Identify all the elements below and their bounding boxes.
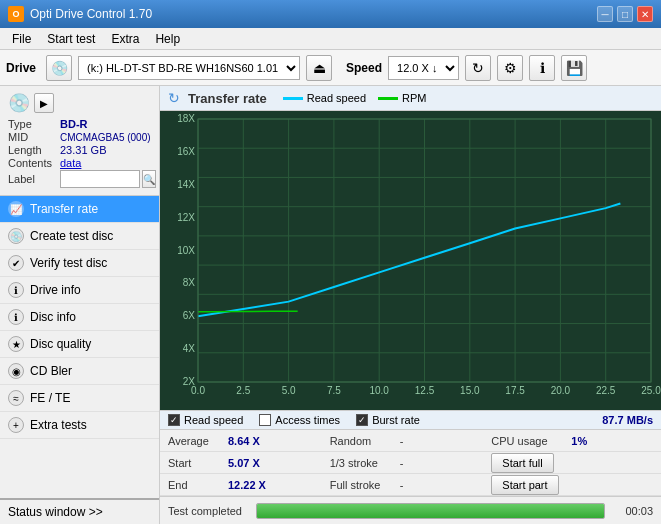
start-part-button[interactable]: Start part <box>491 475 558 495</box>
checkbox-read-speed[interactable]: ✓ Read speed <box>168 414 243 426</box>
menu-bar: File Start test Extra Help <box>0 28 661 50</box>
burst-rate-checkbox-icon: ✓ <box>356 414 368 426</box>
chart-title: Transfer rate <box>188 91 267 106</box>
stat-average: Average 8.64 X <box>168 435 330 447</box>
burst-rate-value-label: 87.7 MB/s <box>602 414 653 426</box>
fe-te-icon: ≈ <box>8 390 24 406</box>
verify-test-disc-icon: ✔ <box>8 255 24 271</box>
cd-bler-icon: ◉ <box>8 363 24 379</box>
menu-help[interactable]: Help <box>147 30 188 48</box>
status-window-button[interactable]: Status window >> <box>0 498 159 524</box>
minimize-button[interactable]: ─ <box>597 6 613 22</box>
type-value: BD-R <box>60 118 88 130</box>
menu-extra[interactable]: Extra <box>103 30 147 48</box>
chart-bottom-legend: ✓ Read speed Access times ✓ Burst rate 8… <box>160 410 661 429</box>
maximize-button[interactable]: □ <box>617 6 633 22</box>
end-value: 12.22 X <box>228 479 278 491</box>
main-layout: 💿 ▶ Type BD-R MID CMCMAGBA5 (000) Length… <box>0 86 661 524</box>
disc-quality-icon: ★ <box>8 336 24 352</box>
status-window-label: Status window >> <box>8 505 103 519</box>
type-label: Type <box>8 118 60 130</box>
checkbox-access-times[interactable]: Access times <box>259 414 340 426</box>
nav-verify-test-disc[interactable]: ✔ Verify test disc <box>0 250 159 277</box>
burst-rate-checkbox-label: Burst rate <box>372 414 420 426</box>
title-text: Opti Drive Control 1.70 <box>30 7 152 21</box>
nav-extra-tests[interactable]: + Extra tests <box>0 412 159 439</box>
length-value: 23.31 GB <box>60 144 106 156</box>
save-button[interactable]: 💾 <box>561 55 587 81</box>
nav-transfer-rate-label: Transfer rate <box>30 202 98 216</box>
nav-fe-te[interactable]: ≈ FE / TE <box>0 385 159 412</box>
access-times-checkbox-label: Access times <box>275 414 340 426</box>
nav-fe-te-label: FE / TE <box>30 391 70 405</box>
random-label: Random <box>330 435 400 447</box>
mid-value: CMCMAGBA5 (000) <box>60 132 151 143</box>
stroke-value: - <box>400 457 430 469</box>
nav-verify-test-disc-label: Verify test disc <box>30 256 107 270</box>
menu-start-test[interactable]: Start test <box>39 30 103 48</box>
disc-action-btn[interactable]: ▶ <box>34 93 54 113</box>
nav-create-test-disc[interactable]: 💿 Create test disc <box>0 223 159 250</box>
label-icon-btn[interactable]: 🔍 <box>142 170 156 188</box>
stat-start-part: Start part <box>491 475 653 495</box>
legend-read-speed-color <box>283 97 303 100</box>
speed-select[interactable]: 12.0 X ↓ <box>388 56 459 80</box>
settings-button[interactable]: ⚙ <box>497 55 523 81</box>
progress-area: Test completed 00:03 <box>160 496 661 524</box>
content-panel: ↻ Transfer rate Read speed RPM ✓ Read sp <box>160 86 661 524</box>
contents-label: Contents <box>8 157 60 169</box>
checkbox-burst-rate[interactable]: ✓ Burst rate <box>356 414 420 426</box>
label-input[interactable] <box>60 170 140 188</box>
nav-disc-info[interactable]: ℹ Disc info <box>0 304 159 331</box>
toolbar: Drive 💿 (k:) HL-DT-ST BD-RE WH16NS60 1.0… <box>0 50 661 86</box>
nav-disc-quality-label: Disc quality <box>30 337 91 351</box>
stat-stroke: 1/3 stroke - <box>330 457 492 469</box>
stats-row-start: Start 5.07 X 1/3 stroke - Start full <box>160 452 661 474</box>
stat-start-full: Start full <box>491 453 653 473</box>
full-stroke-value: - <box>400 479 430 491</box>
drive-icon-button[interactable]: 💿 <box>46 55 72 81</box>
access-times-checkbox-icon <box>259 414 271 426</box>
disc-info-icon: ℹ <box>8 309 24 325</box>
legend-rpm: RPM <box>378 92 426 104</box>
nav-create-test-disc-label: Create test disc <box>30 229 113 243</box>
transfer-rate-chart <box>160 111 661 410</box>
eject-button[interactable]: ⏏ <box>306 55 332 81</box>
chart-header: ↻ Transfer rate Read speed RPM <box>160 86 661 111</box>
nav-disc-quality[interactable]: ★ Disc quality <box>0 331 159 358</box>
transfer-rate-icon: 📈 <box>8 201 24 217</box>
extra-tests-icon: + <box>8 417 24 433</box>
nav-drive-info[interactable]: ℹ Drive info <box>0 277 159 304</box>
menu-file[interactable]: File <box>4 30 39 48</box>
start-label: Start <box>168 457 228 469</box>
label-label: Label <box>8 173 60 185</box>
nav-items: 📈 Transfer rate 💿 Create test disc ✔ Ver… <box>0 196 159 498</box>
nav-extra-tests-label: Extra tests <box>30 418 87 432</box>
drive-select[interactable]: (k:) HL-DT-ST BD-RE WH16NS60 1.01 <box>78 56 300 80</box>
legend-read-speed: Read speed <box>283 92 366 104</box>
progress-label: Test completed <box>168 505 248 517</box>
legend-rpm-label: RPM <box>402 92 426 104</box>
progress-time: 00:03 <box>613 505 653 517</box>
disc-header-icon: 💿 <box>8 92 30 114</box>
stats-row-average: Average 8.64 X Random - CPU usage 1% <box>160 430 661 452</box>
info-button[interactable]: ℹ <box>529 55 555 81</box>
stroke-label: 1/3 stroke <box>330 457 400 469</box>
cpu-value: 1% <box>571 435 621 447</box>
cpu-label: CPU usage <box>491 435 571 447</box>
stats-area: Average 8.64 X Random - CPU usage 1% Sta… <box>160 429 661 496</box>
refresh-button[interactable]: ↻ <box>465 55 491 81</box>
progress-bar-container <box>256 503 605 519</box>
start-value: 5.07 X <box>228 457 278 469</box>
sidebar: 💿 ▶ Type BD-R MID CMCMAGBA5 (000) Length… <box>0 86 160 524</box>
close-button[interactable]: ✕ <box>637 6 653 22</box>
progress-bar-fill <box>257 504 604 518</box>
nav-cd-bler[interactable]: ◉ CD Bler <box>0 358 159 385</box>
start-full-button[interactable]: Start full <box>491 453 553 473</box>
chart-area <box>160 111 661 410</box>
length-label: Length <box>8 144 60 156</box>
chart-legend: Read speed RPM <box>283 92 427 104</box>
average-label: Average <box>168 435 228 447</box>
nav-transfer-rate[interactable]: 📈 Transfer rate <box>0 196 159 223</box>
contents-value[interactable]: data <box>60 157 81 169</box>
